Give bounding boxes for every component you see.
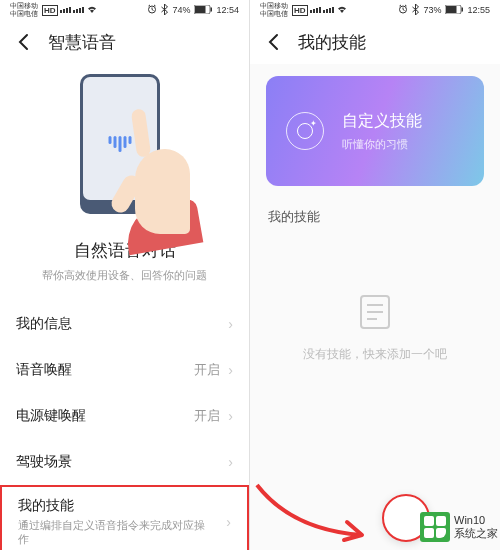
signal-icon <box>60 7 71 13</box>
watermark: Win10 系统之家 <box>420 512 498 542</box>
time-text: 12:55 <box>467 5 490 15</box>
chevron-right-icon: › <box>228 362 233 378</box>
card-title: 自定义技能 <box>342 111 422 132</box>
empty-text: 没有技能，快来添加一个吧 <box>250 346 500 363</box>
svg-rect-7 <box>462 7 464 11</box>
row-my-info[interactable]: 我的信息 › <box>0 301 249 347</box>
row-voice-wake[interactable]: 语音唤醒 开启 › <box>0 347 249 393</box>
carrier-label: 中国移动 中国电信 <box>10 2 38 18</box>
custom-skills-card[interactable]: 自定义技能 听懂你的习惯 <box>266 76 484 186</box>
wifi-icon <box>86 4 98 16</box>
magic-wand-icon <box>286 112 324 150</box>
page-title: 我的技能 <box>298 31 366 54</box>
chevron-right-icon: › <box>228 316 233 332</box>
empty-document-icon <box>353 290 397 334</box>
back-icon[interactable] <box>264 32 284 52</box>
battery-text: 73% <box>423 5 441 15</box>
hd-icon: HD <box>42 5 58 16</box>
hd-icon: HD <box>292 5 308 16</box>
row-driving-scene[interactable]: 驾驶场景 › <box>0 439 249 485</box>
windows-logo-icon <box>420 512 450 542</box>
hero-title: 自然语音对话 <box>0 239 249 262</box>
section-title: 我的技能 <box>250 198 500 230</box>
alarm-icon <box>398 4 408 16</box>
time-text: 12:54 <box>216 5 239 15</box>
page-title: 智慧语音 <box>48 31 116 54</box>
back-icon[interactable] <box>14 32 34 52</box>
status-bar: 中国移动 中国电信 HD 73% <box>250 0 500 20</box>
battery-icon <box>194 5 212 16</box>
hero-illustration <box>55 74 195 234</box>
svg-rect-6 <box>446 6 457 13</box>
chevron-right-icon: › <box>228 408 233 424</box>
svg-rect-3 <box>211 7 213 11</box>
header: 我的技能 <box>250 20 500 64</box>
battery-text: 74% <box>172 5 190 15</box>
signal-icon <box>73 7 84 13</box>
hero-subtitle: 帮你高效使用设备、回答你的问题 <box>0 268 249 283</box>
row-power-wake[interactable]: 电源键唤醒 开启 › <box>0 393 249 439</box>
battery-icon <box>445 5 463 16</box>
header: 智慧语音 <box>0 20 249 64</box>
svg-rect-2 <box>195 6 206 13</box>
status-bar: 中国移动 中国电信 HD 74% <box>0 0 249 20</box>
hero-section: 自然语音对话 帮你高效使用设备、回答你的问题 <box>0 64 249 301</box>
signal-icon <box>323 7 334 13</box>
alarm-icon <box>147 4 157 16</box>
empty-state: 没有技能，快来添加一个吧 <box>250 230 500 363</box>
phone-screen-right: 中国移动 中国电信 HD 73% <box>250 0 500 550</box>
signal-icon <box>310 7 321 13</box>
row-my-skills[interactable]: 我的技能 通过编排自定义语音指令来完成对应操作 › <box>0 485 249 550</box>
settings-list: 我的信息 › 语音唤醒 开启 › 电源键唤醒 开启 › 驾驶场景 › 我的技能 … <box>0 301 249 550</box>
chevron-right-icon: › <box>228 454 233 470</box>
carrier-label: 中国移动 中国电信 <box>260 2 288 18</box>
bluetooth-icon <box>161 4 168 17</box>
wifi-icon <box>336 4 348 16</box>
chevron-right-icon: › <box>226 514 231 530</box>
bluetooth-icon <box>412 4 419 17</box>
card-subtitle: 听懂你的习惯 <box>342 137 422 152</box>
phone-screen-left: 中国移动 中国电信 HD 74% <box>0 0 250 550</box>
